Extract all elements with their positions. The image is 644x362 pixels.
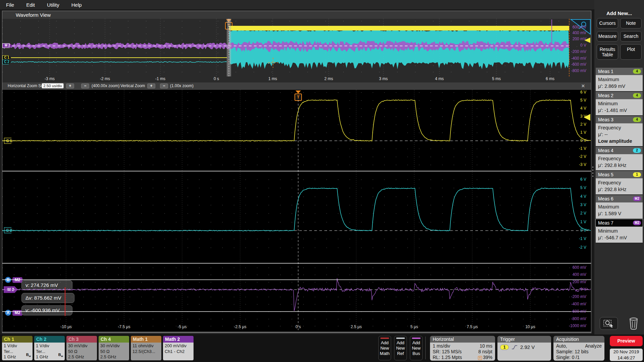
math2-scale-label: 400 mV xyxy=(556,272,586,277)
channel-badge-math-1[interactable]: Math 111 ohm/div12.5/(Ch3... xyxy=(131,336,161,360)
menu-file[interactable]: File xyxy=(6,2,14,8)
meas-source-badge: 4 xyxy=(633,117,641,122)
close-zoom-icon[interactable]: ✕ xyxy=(581,83,585,88)
menu-help[interactable]: Help xyxy=(71,2,82,8)
sidebar-button-results-table[interactable]: ResultsTable xyxy=(597,44,618,60)
channel-setting: 50 Ω xyxy=(100,349,127,355)
sidebar-button-measure[interactable]: Measure xyxy=(597,31,618,42)
meas-value: μ': 292.8 kHz xyxy=(598,162,640,169)
meas-tile-meas-7[interactable]: Meas 7M2Minimumμ': -546.7 mV xyxy=(596,219,643,243)
splitter-grip[interactable] xyxy=(592,173,593,174)
meas-value: μ': -546.7 mV xyxy=(598,234,640,241)
h-zoom-scale-input[interactable]: 2.50 us/div xyxy=(42,83,64,88)
overview-time-tick: -2 ms xyxy=(93,76,117,81)
acq-mode: Auto, xyxy=(556,343,567,349)
measurement-results: Meas 14Maximumμ': 2.869 mVMeas 24Minimum… xyxy=(596,68,643,243)
zoom-select-icon xyxy=(603,319,614,328)
h-zoom-plus-button[interactable]: + xyxy=(66,83,74,88)
splitter-grip[interactable] xyxy=(592,167,593,168)
math2-scale-label: -1000 mV xyxy=(556,323,586,328)
overview-scale-label: 400 mV xyxy=(556,31,586,35)
meas-source-badge: 4 xyxy=(633,69,641,74)
meas-value: μ': -1.481 mV xyxy=(598,107,640,114)
channel-setting: 1 V/div xyxy=(36,343,63,349)
v-zoom-label: Vertical Zoom xyxy=(120,83,145,88)
sidebar-button-cursors[interactable]: Cursors xyxy=(597,18,618,28)
main-zoom-plot[interactable]: T C 1 C 2 M 2 B M2 A M2 v: 274.726 mV Δv… xyxy=(2,90,591,333)
horizontal-panel[interactable]: Horizontal 1 ms/div10 msSR: 125 MS/s8 ns… xyxy=(430,336,495,361)
ch1-scale-label: -1 V xyxy=(556,146,586,151)
overview-time-tick: 0 s xyxy=(205,76,228,81)
meas-tile-meas-1[interactable]: Meas 14Maximumμ': 2.869 mV xyxy=(596,68,643,92)
meas-title: Meas 4 xyxy=(598,147,613,154)
overview-time-tick: -1 ms xyxy=(149,76,172,81)
menu-edit[interactable]: Edit xyxy=(26,2,35,8)
trigger-panel-title: Trigger xyxy=(497,336,551,343)
view-title: Waveform View xyxy=(2,11,591,19)
meas-title: Meas 6 xyxy=(598,195,613,202)
ch1-scale-label: 1 V xyxy=(556,130,586,135)
trigger-position-icon: T xyxy=(478,356,482,360)
channel-badge-ch-2[interactable]: Ch 21 V/divTer...1 GHzBw xyxy=(34,336,65,360)
splitter-grip[interactable] xyxy=(592,176,593,177)
acq-analyze: Analyze xyxy=(585,343,602,349)
add-new-ref-button[interactable]: AddNewRef xyxy=(394,336,407,360)
channel-badges: Ch 11 V/divTer...1 GHzBwCh 21 V/divTer..… xyxy=(2,336,194,360)
math2-scale-label: -400 mV xyxy=(556,302,586,306)
math2-trace xyxy=(2,278,591,311)
ch1-scale-label: 4 V xyxy=(556,106,586,111)
channel-setting: 200 mV/div xyxy=(165,343,192,349)
sidebar-buttons: CursorsNoteMeasureSearchResultsTablePlot xyxy=(597,18,642,60)
ch2-scale-label: 2 V xyxy=(556,211,586,216)
channel-setting: 12.5/(Ch3... xyxy=(132,349,160,355)
h-zoom-minus-button[interactable]: − xyxy=(81,83,89,88)
channel-badge-ch-3[interactable]: Ch 330 mV/div50 Ω2.5 GHz xyxy=(66,336,97,360)
horizontal-value: RL: 1.25 Mpts xyxy=(433,355,462,360)
horizontal-value: 8 ns/pt xyxy=(478,349,492,355)
channel-badge-ch-1[interactable]: Ch 11 V/divTer...1 GHzBw xyxy=(2,336,33,360)
add-new-bus-button[interactable]: AddNewBus xyxy=(410,336,423,360)
channel-setting: 2.5 GHz xyxy=(100,354,127,360)
trigger-panel[interactable]: Trigger 1 2.92 V xyxy=(497,336,551,361)
trigger-level-value: 2.92 V xyxy=(520,344,535,350)
add-new-title: Add New... xyxy=(594,10,644,16)
meas-title: Meas 1 xyxy=(598,68,613,75)
h-zoom-factor: (400.00x zoom) xyxy=(92,83,119,88)
meas-tile-meas-2[interactable]: Meas 24Minimumμ': -1.481 mV xyxy=(596,92,643,116)
v-zoom-plus-button[interactable]: + xyxy=(147,83,155,88)
ch2-scale-label: -2 V xyxy=(556,245,586,250)
add-new-math-button[interactable]: AddNewMath xyxy=(378,336,391,360)
meas-tile-meas-6[interactable]: Meas 6M2Maximumμ': 1.589 V xyxy=(596,195,643,219)
ch1-scale-label: -3 V xyxy=(556,162,586,167)
meas-value: Maximum xyxy=(598,76,640,83)
overview-plot[interactable]: T M 2C 1C 2600 mV400 mV200 mV0 V-200 mV-… xyxy=(2,19,591,82)
channel-badge-math-2[interactable]: Math 2200 mV/divCh1 - Ch2 xyxy=(163,336,194,360)
sidebar-button-search[interactable]: Search xyxy=(620,31,642,42)
overview-scale-label: 600 mV xyxy=(556,25,586,29)
menu-utility[interactable]: Utility xyxy=(47,2,59,8)
sidebar-button-note[interactable]: Note xyxy=(620,18,642,28)
zoom-select-button[interactable] xyxy=(600,317,618,330)
acquisition-panel[interactable]: Acquisition Auto, Analyze Sample: 12 bit… xyxy=(553,336,604,361)
overview-scale-label: 0 V xyxy=(556,43,586,48)
bandwidth-limit-icon: Bw xyxy=(58,352,63,359)
meas-tile-meas-5[interactable]: Meas 51Frequencyμ': 292.8 kHz xyxy=(596,171,643,195)
channel-badge-title: Ch 4 xyxy=(99,336,129,343)
splitter-grip[interactable] xyxy=(592,170,593,171)
sidebar-button-plot[interactable]: Plot xyxy=(620,44,642,60)
meas-tile-meas-3[interactable]: Meas 34Frequencyμ': --Low amplitude xyxy=(596,116,643,147)
channel-badge-title: Ch 2 xyxy=(34,336,65,343)
channel-badge-title: Ch 3 xyxy=(66,336,97,343)
ch1-scale-label: 6 V xyxy=(556,90,586,95)
trash-icon[interactable] xyxy=(628,317,639,330)
preview-button[interactable]: Preview xyxy=(610,336,643,346)
ch2-scale-label: 5 V xyxy=(556,185,586,190)
sidebar-tools xyxy=(594,317,644,330)
overview-waveforms xyxy=(2,19,591,76)
meas-tile-meas-4[interactable]: Meas 42Frequencyμ': 292.8 kHz xyxy=(596,147,643,171)
channel-badge-ch-4[interactable]: Ch 430 mV/div50 Ω2.5 GHz xyxy=(99,336,129,360)
right-sidebar: Add New... CursorsNoteMeasureSearchResul… xyxy=(594,0,644,335)
v-zoom-minus-button[interactable]: − xyxy=(160,83,168,88)
horizontal-value: 10 ms xyxy=(480,343,492,349)
meas-source-badge: 1 xyxy=(633,172,641,177)
